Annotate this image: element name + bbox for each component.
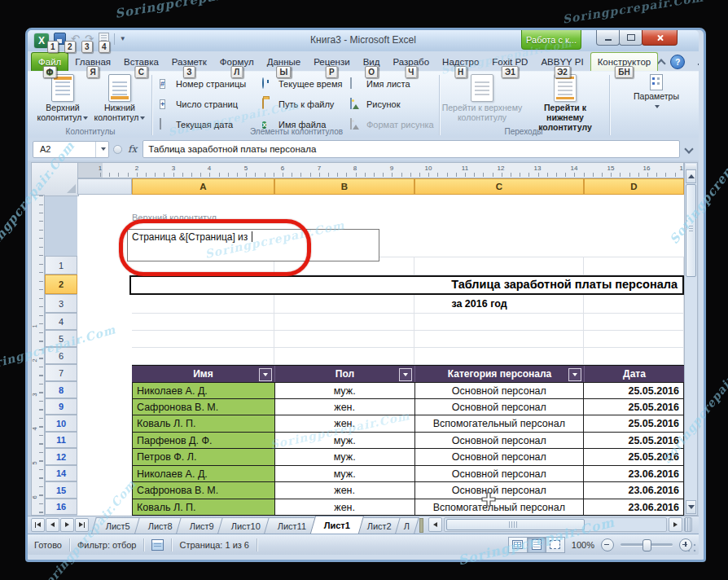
zoom-slider-thumb[interactable] — [642, 539, 651, 551]
tab-file[interactable]: ФайлФ — [31, 52, 68, 71]
cell-date[interactable]: 25.05.2016 — [584, 399, 684, 415]
sheet-name-button[interactable]: Имя листа — [350, 77, 410, 91]
cell-category[interactable]: Основной персонал — [415, 449, 585, 466]
cell-gender[interactable]: муж. — [275, 449, 415, 466]
table-header-category[interactable]: Категория персонала — [414, 366, 584, 382]
horizontal-scroll-track[interactable] — [444, 517, 667, 532]
sheets-first-button[interactable] — [31, 518, 45, 532]
cell-gender[interactable]: жен. — [275, 415, 415, 433]
cell-name[interactable]: Парфенов Д. Ф. — [133, 433, 275, 449]
minimize-button[interactable] — [596, 30, 620, 46]
cell-date[interactable]: 23.06.2016 — [584, 466, 684, 482]
page-break-view-button[interactable] — [546, 537, 565, 553]
resize-grip[interactable] — [686, 543, 697, 553]
table-header-gender[interactable]: Пол — [274, 366, 414, 382]
normal-view-button[interactable] — [508, 537, 528, 553]
tab-developer[interactable]: РазрабоЧ — [386, 53, 436, 71]
cell-gender[interactable]: муж. — [275, 466, 415, 482]
tab-design-active[interactable]: КонструкторБН — [590, 52, 659, 71]
grid-row-4[interactable] — [132, 314, 684, 331]
sheets-next-button[interactable] — [60, 518, 74, 532]
row-header-10[interactable]: 10 — [45, 415, 77, 432]
grid-row-5[interactable] — [132, 331, 684, 348]
maximize-button[interactable] — [619, 30, 642, 46]
expand-formula-bar-icon[interactable] — [684, 146, 694, 152]
tab-page-layout[interactable]: РазметкЗ — [165, 53, 213, 71]
table-header-date[interactable]: Дата — [584, 366, 684, 382]
table-header-name[interactable]: Имя — [132, 366, 274, 382]
row-header-1[interactable]: 1 — [45, 256, 77, 275]
file-path-button[interactable]: Путь к файлу — [262, 97, 334, 112]
context-tab-group-label[interactable]: Работа с к... — [521, 30, 581, 50]
cell-category[interactable]: Вспомогательный персонал — [415, 499, 585, 516]
row-header-15[interactable]: 15 — [45, 481, 77, 499]
cell-category[interactable]: Основной персонал — [415, 399, 585, 415]
cell-gender[interactable]: жен. — [275, 499, 415, 516]
name-box-dropdown[interactable] — [95, 142, 108, 157]
row-header-9[interactable]: 9 — [45, 398, 77, 415]
row-header-7[interactable]: 7 — [45, 364, 77, 381]
column-header-d[interactable]: D — [584, 178, 684, 195]
scroll-down-button[interactable] — [686, 500, 696, 514]
zoom-level[interactable]: 100% — [572, 540, 594, 550]
row-header-8[interactable]: 8 — [45, 381, 77, 398]
row-header-14[interactable]: 14 — [45, 465, 77, 481]
row-header-11[interactable]: 11 — [45, 432, 77, 448]
cell-date[interactable]: 25.05.2016 — [584, 415, 684, 433]
scroll-up-button[interactable] — [686, 169, 696, 183]
collapse-ribbon-icon[interactable] — [657, 59, 666, 68]
cell-name[interactable]: Коваль Л. П. — [133, 415, 275, 433]
sheets-prev-button[interactable] — [46, 518, 59, 532]
cell-date[interactable]: 25.05.2016 — [584, 383, 684, 399]
row-header-12[interactable]: 12 — [45, 448, 77, 465]
grid-row-6[interactable] — [132, 348, 684, 365]
row-header-4[interactable]: 4 — [45, 313, 77, 330]
cell-name[interactable]: Сафронова В. М. — [133, 482, 275, 499]
sheet-subtitle-cell[interactable]: за 2016 год — [274, 295, 684, 314]
cell-category[interactable]: Основной персонал — [415, 482, 585, 499]
tab-formulas[interactable]: ФормулЛ — [213, 53, 261, 71]
column-header-b[interactable]: B — [274, 178, 414, 195]
tab-home[interactable]: ГлавнаяЯ — [68, 53, 117, 71]
go-to-footer-button[interactable]: Перейти к нижнему колонтитулу — [524, 74, 606, 132]
page-count-button[interactable]: +Число страниц — [160, 97, 238, 112]
row-header-16[interactable]: 16 — [45, 499, 77, 515]
formula-input[interactable]: Таблица заработной платы персонала — [143, 140, 680, 158]
cell-gender[interactable]: жен. — [275, 399, 415, 415]
cell-gender[interactable]: жен. — [275, 482, 415, 499]
page-layout-view-button[interactable] — [527, 537, 546, 553]
tab-review[interactable]: РецензиР — [307, 53, 356, 71]
scroll-right-button[interactable] — [669, 517, 682, 532]
sheet-tab-truncated[interactable]: Л — [395, 517, 419, 534]
filter-dropdown-icon[interactable] — [259, 368, 272, 381]
tab-area-splitter[interactable] — [419, 518, 423, 533]
cell-category[interactable]: Основной персонал — [415, 466, 585, 482]
tab-foxit[interactable]: Foxit PDЭ1 — [485, 53, 534, 71]
row-header-6[interactable]: 6 — [45, 347, 77, 364]
horizontal-scroll-thumb[interactable] — [446, 519, 585, 530]
sheets-last-button[interactable] — [75, 518, 89, 532]
zoom-slider[interactable] — [621, 543, 673, 546]
cell-gender[interactable]: муж. — [275, 433, 415, 449]
vertical-scrollbar[interactable] — [684, 162, 698, 516]
workbook-minimize-button[interactable] — [694, 56, 699, 68]
macro-record-icon[interactable] — [151, 539, 164, 551]
sheet-tab-list1-active[interactable]: Лист1 — [310, 516, 364, 534]
current-time-button[interactable]: Текущее время — [262, 77, 342, 91]
name-box[interactable]: A2 — [33, 141, 109, 158]
sheet-title-cell[interactable]: Таблица заработной платы персонала — [129, 275, 684, 295]
insert-function-button[interactable]: fx — [126, 143, 138, 155]
zoom-out-button[interactable] — [601, 538, 614, 551]
cell-name[interactable]: Коваль Л. П. — [133, 499, 275, 516]
filter-dropdown-icon[interactable] — [568, 368, 581, 381]
options-button[interactable]: Параметры — [630, 74, 682, 112]
cell-date[interactable]: 25.05.2016 — [584, 449, 684, 466]
scroll-left-button[interactable] — [428, 517, 442, 532]
tab-data[interactable]: ДанныеЫ — [261, 53, 308, 71]
cell-date[interactable]: 23.06.2016 — [584, 499, 684, 516]
cell-name[interactable]: Петров Ф. Л. — [133, 449, 275, 466]
column-header-a[interactable]: A — [132, 178, 274, 195]
cell-date[interactable]: 25.05.2016 — [584, 433, 684, 449]
vertical-scroll-thumb[interactable] — [686, 184, 696, 277]
row-header-5[interactable]: 5 — [45, 330, 77, 347]
